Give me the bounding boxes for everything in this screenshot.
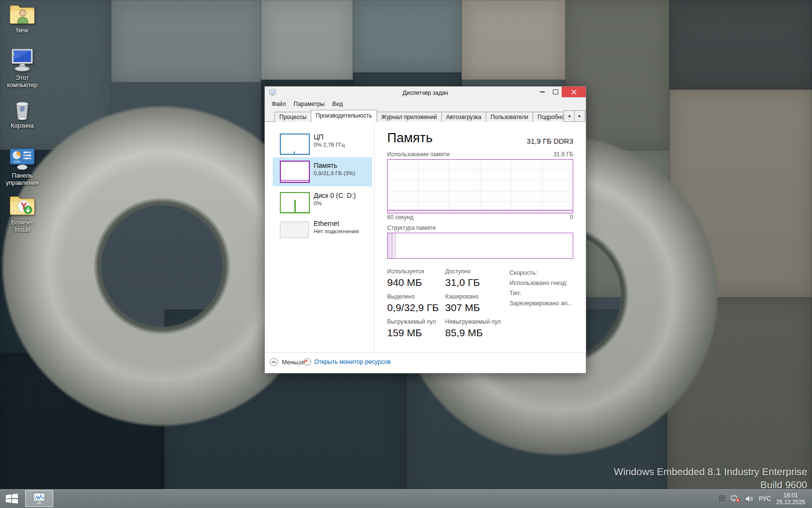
network-disconnected-icon[interactable] [731,495,740,503]
tab-scroll-right-icon[interactable]: ▶ [574,110,585,122]
graph-gridlines [388,160,573,213]
clock-date: 25.12.2025 [776,499,805,506]
desktop-icon-new-folder[interactable]: New [1,3,44,34]
tab-users[interactable]: Пользователи [486,112,533,122]
stat-non-paged-pool: Невыгружаемый пул 85,9 МБ [445,318,509,339]
memory-subtitle: 0,9/31,9 ГБ (3%) [314,170,355,176]
system-tray: РУС 16:01 25.12.2025 [714,489,812,508]
memory-title: Память [314,162,355,169]
clock-time: 16:01 [776,492,805,499]
desktop-icon-label: управления [1,179,44,187]
taskbar: РУС 16:01 25.12.2025 [0,489,812,508]
start-button[interactable] [0,489,23,508]
desktop: New Этот компьютер Корзина [0,0,812,508]
timeline-right-label: 0 [570,214,573,221]
stat-cached: Кэшировано 307 МБ [445,293,509,314]
sidebar-item-memory[interactable]: Память 0,9/31,9 ГБ (3%) [273,157,372,186]
tab-scroll-left-icon[interactable]: ◀ [564,110,575,122]
composition-divider [394,233,394,258]
desktop-icon-label: Корзина [1,122,44,130]
open-resource-monitor-link[interactable]: Открыть монитор ресурсов [304,358,391,366]
tab-performance[interactable]: Производительность [311,110,377,122]
disk-thumbnail-graph [280,192,310,213]
form-factor-label: Тип: [509,288,572,299]
ethernet-thumbnail-graph [280,222,309,238]
stat-committed: Выделено 0,9/32,9 ГБ [387,293,449,314]
stat-available: Доступно 31,0 ГБ [445,268,509,288]
hardware-info-labels: Скорость: Использовано гнезд: Тип: Зарез… [509,268,572,309]
disk-subtitle: 0% [314,200,356,206]
sidebar-item-disk[interactable]: Диск 0 (C: D:) 0% [273,191,372,214]
fewer-details-button[interactable]: Меньше [270,358,305,366]
disk-baseline [281,212,309,212]
desktop-icon-label: Панель [1,172,44,179]
taskbar-button-task-manager[interactable] [25,490,53,507]
folder-user-icon [10,3,35,25]
volume-icon[interactable] [745,495,754,502]
tab-startup[interactable]: Автозагрузка [441,112,486,122]
tab-scroll-buttons: ◀ ▶ [564,110,585,122]
cpu-title: ЦП [314,133,345,141]
task-manager-icon [32,492,46,505]
close-button[interactable] [562,87,586,97]
cpu-subtitle: 0% 2,78 ГГц [314,142,345,148]
close-icon [571,90,577,95]
usage-chart-max: 31,9 ГБ [553,151,573,158]
title-bar[interactable]: Диспетчер задач [265,87,586,99]
desktop-icon-label: Browser [1,219,44,226]
fewer-details-label: Меньше [282,359,305,366]
desktop-icon-label: New [1,27,44,34]
desktop-icon-label: Install [1,226,44,234]
tab-app-history[interactable]: Журнал приложений [377,112,442,122]
minimize-button[interactable] [536,87,549,97]
task-manager-window: Диспетчер задач Файл Параметры Вид Проце… [264,86,586,374]
panel-heading: Память [387,131,433,146]
disk-spike [294,200,296,212]
resource-monitor-icon [304,358,311,366]
desktop-icon-recycle-bin[interactable]: Корзина [1,97,44,130]
resource-monitor-label: Открыть монитор ресурсов [314,359,391,365]
timeline-left-label: 60 секунд [387,214,413,221]
sidebar-item-cpu[interactable]: ЦП 0% 2,78 ГГц [273,132,372,155]
watermark-line1: Windows Embedded 8.1 Industry Enterprise [614,465,807,478]
composition-divider [395,233,396,258]
disk-title: Диск 0 (C: D:) [314,192,356,199]
usage-chart-label: Использование памяти [387,151,450,158]
computer-icon [9,48,36,73]
control-panel-icon [9,148,35,170]
folder-download-icon [10,194,35,217]
tray-app-icon[interactable] [719,495,725,502]
composition-used-segment [388,233,392,258]
speed-label: Скорость: [509,268,572,278]
menu-file[interactable]: Файл [268,100,290,109]
menu-bar: Файл Параметры Вид [268,100,347,109]
slots-used-label: Использовано гнезд: [509,278,572,288]
menu-view[interactable]: Вид [328,100,347,109]
desktop-icon-this-pc[interactable]: Этот компьютер [1,48,44,89]
memory-thumbnail-graph [280,161,310,183]
recycle-bin-icon [10,97,34,120]
desktop-icon-browser-install[interactable]: Browser Install [1,194,44,234]
language-indicator[interactable]: РУС [759,495,771,502]
windows-logo-icon [5,493,18,504]
footer-divider [299,358,299,368]
composition-label: Структура памяти [387,224,435,231]
memory-usage-line [281,180,309,182]
desktop-icon-label: компьютер [1,82,44,89]
maximize-button[interactable] [549,87,562,97]
tab-processes[interactable]: Процессы [275,112,311,122]
stat-in-use: Используется 940 МБ [387,268,449,288]
memory-detail-panel: Память 31,9 ГБ DDR3 Использование памяти… [387,122,573,352]
stat-paged-pool: Выгружаемый пул 159 МБ [387,318,449,339]
window-footer: Меньше Открыть монитор ресурсов [265,352,586,373]
chevron-up-circle-icon [270,358,278,366]
memory-capacity: 31,9 ГБ DDR3 [527,137,573,145]
performance-pane: ЦП 0% 2,78 ГГц Память 0,9/31,9 ГБ (3%) Д… [265,122,586,352]
menu-options[interactable]: Параметры [290,100,329,109]
tab-strip: Процессы Производительность Журнал прило… [265,109,586,122]
sidebar-item-ethernet[interactable]: Ethernet Нет подключения [273,219,372,240]
cpu-spike [294,151,295,154]
desktop-icon-control-panel[interactable]: Панель управления [1,148,44,187]
memory-composition-bar [387,233,573,259]
clock[interactable]: 16:01 25.12.2025 [776,492,805,506]
